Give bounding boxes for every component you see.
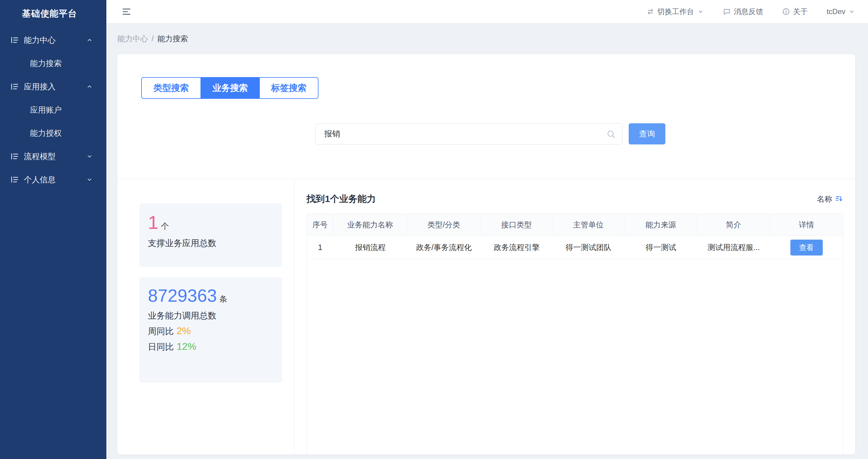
sidebar-subitem-label: 能力搜索 bbox=[30, 58, 62, 69]
view-button[interactable]: 查看 bbox=[790, 239, 823, 256]
sidebar-subitem-label: 能力授权 bbox=[30, 128, 62, 139]
sidebar-item-app-access[interactable]: 应用接入 bbox=[0, 75, 106, 98]
stat-apps-unit: 个 bbox=[161, 221, 169, 232]
stats-column: 1 个 支撑业务应用总数 8729363 条 业务能力调用总数 周同比 2% bbox=[117, 179, 294, 454]
info-circle-icon bbox=[782, 8, 790, 16]
results-header: 找到1个业务能力 名称 bbox=[307, 193, 843, 205]
search-row: 查询 bbox=[315, 123, 665, 144]
sidebar-item-label: 个人信息 bbox=[24, 174, 56, 185]
stat-day-label: 日同比 bbox=[148, 341, 174, 353]
workspace-switcher[interactable]: 切换工作台 bbox=[646, 7, 704, 17]
stat-week-value: 2% bbox=[177, 325, 191, 337]
search-mode-tabs: 类型搜索 业务搜索 标签搜索 bbox=[141, 77, 318, 99]
chat-bubble-icon bbox=[723, 8, 731, 16]
stat-week-line: 周同比 2% bbox=[148, 325, 282, 337]
stat-day-value: 12% bbox=[177, 341, 196, 352]
menu-list-icon bbox=[10, 152, 19, 161]
chevron-up-icon bbox=[86, 37, 93, 44]
sidebar-item-label: 能力中心 bbox=[24, 35, 56, 46]
sidebar-collapse-icon[interactable] bbox=[121, 6, 132, 17]
breadcrumb-current: 能力搜索 bbox=[157, 34, 188, 44]
col-header-source: 能力来源 bbox=[624, 214, 698, 236]
sidebar-item-capability-auth[interactable]: 能力授权 bbox=[0, 121, 106, 145]
cell-category: 政务/事务流程化 bbox=[407, 236, 481, 259]
cell-index: 1 bbox=[307, 236, 334, 259]
topbar: 切换工作台 消息反馈 关于 tcDev bbox=[106, 0, 868, 23]
sort-control[interactable]: 名称 bbox=[817, 194, 843, 204]
stat-calls-number-line: 8729363 条 bbox=[148, 285, 282, 306]
menu-list-icon bbox=[10, 175, 19, 184]
sidebar-item-process-model[interactable]: 流程模型 bbox=[0, 145, 106, 168]
table-header-row: 序号 业务能力名称 类型/分类 接口类型 主管单位 能力来源 简介 详情 bbox=[307, 214, 843, 236]
cell-source: 得一测试 bbox=[624, 236, 698, 259]
search-input[interactable] bbox=[324, 129, 607, 139]
tab-tag-search[interactable]: 标签搜索 bbox=[259, 78, 318, 98]
chevron-down-icon bbox=[86, 153, 93, 160]
chevron-down-icon bbox=[86, 176, 93, 183]
feedback-button[interactable]: 消息反馈 bbox=[723, 7, 763, 17]
stat-calls-unit: 条 bbox=[219, 294, 227, 305]
stat-apps-number-line: 1 个 bbox=[148, 211, 282, 233]
sort-icon bbox=[835, 195, 843, 203]
table-row: 1 报销流程 政务/事务流程化 政务流程引擎 得一测试团队 得一测试 测试用流程… bbox=[307, 236, 843, 259]
sidebar-item-capability-center[interactable]: 能力中心 bbox=[0, 28, 106, 52]
cell-name: 报销流程 bbox=[334, 236, 407, 259]
menu-list-icon bbox=[10, 35, 19, 45]
search-box bbox=[315, 123, 623, 144]
tab-type-search[interactable]: 类型搜索 bbox=[142, 78, 200, 98]
col-header-org: 主管单位 bbox=[553, 214, 624, 236]
sidebar-item-label: 流程模型 bbox=[24, 151, 56, 162]
breadcrumb-parent[interactable]: 能力中心 bbox=[117, 34, 148, 44]
sidebar-item-app-account[interactable]: 应用账户 bbox=[0, 98, 106, 121]
results-column: 找到1个业务能力 名称 序号 业务能力名称 类型/分类 接口类型 主管 bbox=[294, 179, 855, 454]
breadcrumb-separator: / bbox=[152, 34, 154, 43]
stat-calls-value: 8729363 bbox=[148, 285, 217, 306]
col-header-index: 序号 bbox=[307, 214, 334, 236]
tab-business-search[interactable]: 业务搜索 bbox=[200, 78, 259, 98]
sidebar: 基础使能平台 能力中心 能力搜索 应用接入 应用账户 能 bbox=[0, 0, 106, 459]
cell-interface: 政务流程引擎 bbox=[481, 236, 553, 259]
query-button[interactable]: 查询 bbox=[629, 123, 665, 144]
sidebar-item-label: 应用接入 bbox=[24, 81, 56, 92]
menu-list-icon bbox=[10, 82, 19, 91]
col-header-category: 类型/分类 bbox=[407, 214, 481, 236]
sidebar-item-capability-search[interactable]: 能力搜索 bbox=[0, 52, 106, 75]
search-section: 类型搜索 业务搜索 标签搜索 查询 bbox=[117, 54, 855, 179]
main-area: 切换工作台 消息反馈 关于 tcDev bbox=[106, 0, 868, 459]
search-icon bbox=[607, 130, 616, 139]
col-header-detail: 详情 bbox=[770, 214, 843, 236]
stat-calls-label: 业务能力调用总数 bbox=[148, 310, 282, 322]
stat-card-apps: 1 个 支撑业务应用总数 bbox=[140, 203, 282, 267]
stat-apps-label: 支撑业务应用总数 bbox=[148, 237, 282, 249]
results-summary: 找到1个业务能力 bbox=[307, 193, 376, 205]
col-header-brief: 简介 bbox=[698, 214, 770, 236]
chevron-down-icon bbox=[697, 8, 704, 15]
col-header-interface: 接口类型 bbox=[481, 214, 553, 236]
results-table: 序号 业务能力名称 类型/分类 接口类型 主管单位 能力来源 简介 详情 1 报… bbox=[307, 213, 843, 455]
about-button[interactable]: 关于 bbox=[782, 7, 808, 17]
sidebar-subitem-label: 应用账户 bbox=[30, 105, 62, 115]
topbar-actions: 切换工作台 消息反馈 关于 tcDev bbox=[646, 7, 855, 17]
breadcrumb: 能力中心 / 能力搜索 bbox=[106, 23, 868, 54]
chevron-down-icon bbox=[848, 8, 855, 15]
content-card: 类型搜索 业务搜索 标签搜索 查询 1 bbox=[117, 54, 855, 454]
stat-day-line: 日同比 12% bbox=[148, 341, 282, 353]
chevron-up-icon bbox=[86, 83, 93, 90]
col-header-name: 业务能力名称 bbox=[334, 214, 407, 236]
sidebar-menu: 能力中心 能力搜索 应用接入 应用账户 能力授权 流 bbox=[0, 28, 106, 191]
stat-apps-value: 1 bbox=[148, 211, 158, 233]
workspace-switcher-label: 切换工作台 bbox=[657, 7, 694, 17]
cell-brief: 测试用流程服... bbox=[698, 236, 770, 259]
app-title: 基础使能平台 bbox=[0, 0, 106, 20]
about-label: 关于 bbox=[793, 7, 808, 17]
feedback-label: 消息反馈 bbox=[734, 7, 763, 17]
cell-org: 得一测试团队 bbox=[553, 236, 624, 259]
cell-detail: 查看 bbox=[770, 236, 843, 259]
sidebar-item-personal-info[interactable]: 个人信息 bbox=[0, 168, 106, 191]
results-section: 1 个 支撑业务应用总数 8729363 条 业务能力调用总数 周同比 2% bbox=[117, 179, 855, 454]
sort-label: 名称 bbox=[817, 194, 832, 204]
swap-icon bbox=[646, 8, 654, 16]
user-menu[interactable]: tcDev bbox=[827, 7, 855, 16]
stat-week-label: 周同比 bbox=[148, 325, 174, 337]
user-name: tcDev bbox=[827, 7, 845, 16]
